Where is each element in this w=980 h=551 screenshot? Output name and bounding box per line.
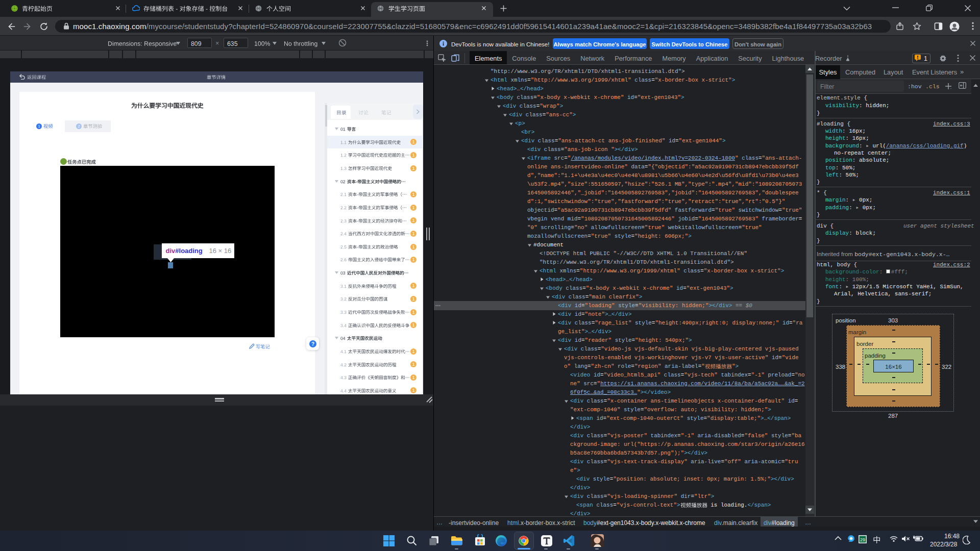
svg-text:2: 2 (78, 124, 80, 129)
svg-text:1: 1 (412, 166, 415, 171)
svg-text:1: 1 (412, 139, 415, 144)
svg-text:1: 1 (412, 231, 415, 236)
svg-text:1: 1 (412, 283, 415, 288)
svg-text:1: 1 (38, 124, 40, 129)
svg-text:1: 1 (412, 244, 415, 249)
svg-text:1: 1 (412, 205, 415, 210)
svg-text:29: 29 (860, 537, 865, 542)
svg-text:1: 1 (412, 388, 415, 393)
svg-text:1: 1 (412, 322, 415, 328)
svg-text:1: 1 (412, 257, 415, 262)
svg-text:1: 1 (412, 218, 415, 223)
svg-text:1: 1 (412, 349, 415, 354)
svg-text:1: 1 (412, 192, 415, 197)
svg-text:?: ? (311, 341, 314, 346)
svg-text:1: 1 (412, 296, 415, 302)
svg-text:1: 1 (412, 153, 415, 158)
svg-text:1: 1 (412, 362, 415, 367)
svg-text:1: 1 (412, 310, 415, 315)
svg-text:1: 1 (412, 375, 415, 380)
